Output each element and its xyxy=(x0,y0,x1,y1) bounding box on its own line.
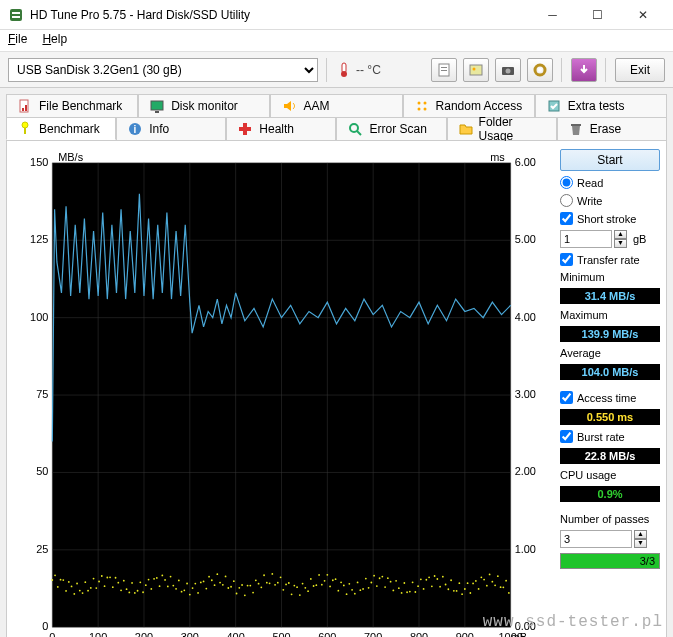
folder-icon xyxy=(458,121,473,137)
exit-button[interactable]: Exit xyxy=(615,58,665,82)
average-label: Average xyxy=(560,347,660,359)
svg-point-145 xyxy=(230,586,232,588)
svg-point-9 xyxy=(473,67,476,70)
short-stroke-spinner[interactable]: ▲▼ xyxy=(614,230,627,248)
tab-error-scan[interactable]: Error Scan xyxy=(336,117,446,140)
read-radio[interactable]: Read xyxy=(560,176,660,189)
svg-point-101 xyxy=(109,576,111,578)
svg-point-166 xyxy=(288,582,290,584)
svg-rect-1 xyxy=(12,12,20,14)
svg-text:ms: ms xyxy=(490,151,505,163)
tab-file-benchmark[interactable]: File Benchmark xyxy=(6,94,138,117)
copy-screenshot-button[interactable] xyxy=(463,58,489,82)
svg-point-132 xyxy=(194,583,196,585)
svg-rect-15 xyxy=(22,108,24,111)
svg-line-31 xyxy=(357,131,361,135)
svg-point-124 xyxy=(172,585,174,587)
passes-input[interactable] xyxy=(560,530,632,548)
svg-point-221 xyxy=(439,586,441,588)
tab-disk-monitor[interactable]: Disk monitor xyxy=(138,94,270,117)
svg-point-114 xyxy=(145,584,147,586)
copy-info-button[interactable] xyxy=(431,58,457,82)
menu-help[interactable]: Help xyxy=(42,32,67,46)
svg-point-107 xyxy=(126,588,128,590)
menu-file[interactable]: File xyxy=(8,32,27,46)
svg-point-83 xyxy=(60,579,62,581)
tab-folder-usage[interactable]: Folder Usage xyxy=(447,117,557,140)
svg-text:150: 150 xyxy=(30,156,48,168)
svg-point-222 xyxy=(442,576,444,578)
svg-point-98 xyxy=(101,575,103,577)
short-stroke-input[interactable] xyxy=(560,230,612,248)
write-radio[interactable]: Write xyxy=(560,194,660,207)
svg-point-242 xyxy=(497,575,499,577)
passes-value: ▲▼ xyxy=(560,530,660,548)
svg-point-227 xyxy=(456,590,458,592)
transfer-rate-checkbox[interactable]: Transfer rate xyxy=(560,253,660,266)
svg-text:4.00: 4.00 xyxy=(515,311,536,323)
svg-rect-6 xyxy=(441,67,447,68)
svg-point-165 xyxy=(285,584,287,586)
svg-text:500: 500 xyxy=(272,631,290,637)
health-icon xyxy=(237,121,253,137)
svg-rect-32 xyxy=(571,124,581,126)
drive-select[interactable]: USB SanDisk 3.2Gen1 (30 gB) xyxy=(8,58,318,82)
svg-point-236 xyxy=(480,576,482,578)
info-icon: i xyxy=(127,121,143,137)
tab-info[interactable]: iInfo xyxy=(116,117,226,140)
tab-erase[interactable]: Erase xyxy=(557,117,667,140)
svg-point-129 xyxy=(186,583,188,585)
svg-point-190 xyxy=(354,593,356,595)
start-button[interactable]: Start xyxy=(560,149,660,171)
svg-point-139 xyxy=(214,584,216,586)
tab-extra-tests[interactable]: Extra tests xyxy=(535,94,667,117)
svg-point-204 xyxy=(392,590,394,592)
svg-text:1.00: 1.00 xyxy=(515,543,536,555)
svg-point-241 xyxy=(494,584,496,586)
save-button[interactable] xyxy=(571,58,597,82)
svg-point-106 xyxy=(123,580,125,582)
passes-label: Number of passes xyxy=(560,513,660,525)
tab-random-access[interactable]: Random Access xyxy=(403,94,535,117)
svg-point-119 xyxy=(159,585,161,587)
tab-benchmark[interactable]: Benchmark xyxy=(6,117,116,140)
svg-point-206 xyxy=(398,587,400,589)
svg-text:700: 700 xyxy=(364,631,382,637)
close-button[interactable]: ✕ xyxy=(620,1,665,29)
svg-text:MB/s: MB/s xyxy=(58,151,83,163)
svg-point-4 xyxy=(341,71,347,77)
svg-point-200 xyxy=(381,576,383,578)
svg-point-82 xyxy=(57,586,59,588)
svg-point-176 xyxy=(315,584,317,586)
svg-point-174 xyxy=(310,578,312,580)
short-stroke-checkbox[interactable]: Short stroke xyxy=(560,212,660,225)
burst-rate-checkbox[interactable]: Burst rate xyxy=(560,430,660,443)
screenshot-button[interactable] xyxy=(495,58,521,82)
svg-point-143 xyxy=(225,576,227,578)
speaker-icon xyxy=(281,98,297,114)
tab-health[interactable]: Health xyxy=(226,117,336,140)
svg-point-192 xyxy=(359,589,361,591)
svg-point-205 xyxy=(395,580,397,582)
svg-point-230 xyxy=(464,588,466,590)
passes-spinner[interactable]: ▲▼ xyxy=(634,530,647,548)
tab-aam[interactable]: AAM xyxy=(270,94,402,117)
image-icon xyxy=(468,62,484,78)
maximize-button[interactable]: ☐ xyxy=(575,1,620,29)
svg-point-24 xyxy=(22,122,28,128)
svg-text:900: 900 xyxy=(456,631,474,637)
minimize-button[interactable]: ─ xyxy=(530,1,575,29)
svg-point-167 xyxy=(291,593,293,595)
svg-point-141 xyxy=(219,582,221,584)
svg-point-112 xyxy=(139,581,141,583)
svg-point-99 xyxy=(104,585,106,587)
svg-point-177 xyxy=(318,574,320,576)
settings-button[interactable] xyxy=(527,58,553,82)
svg-point-13 xyxy=(538,68,542,72)
svg-point-118 xyxy=(156,577,158,579)
access-time-checkbox[interactable]: Access time xyxy=(560,391,660,404)
svg-point-219 xyxy=(434,575,436,577)
checklist-icon xyxy=(546,98,562,114)
short-stroke-value: ▲▼ gB xyxy=(560,230,660,248)
svg-point-213 xyxy=(417,585,419,587)
